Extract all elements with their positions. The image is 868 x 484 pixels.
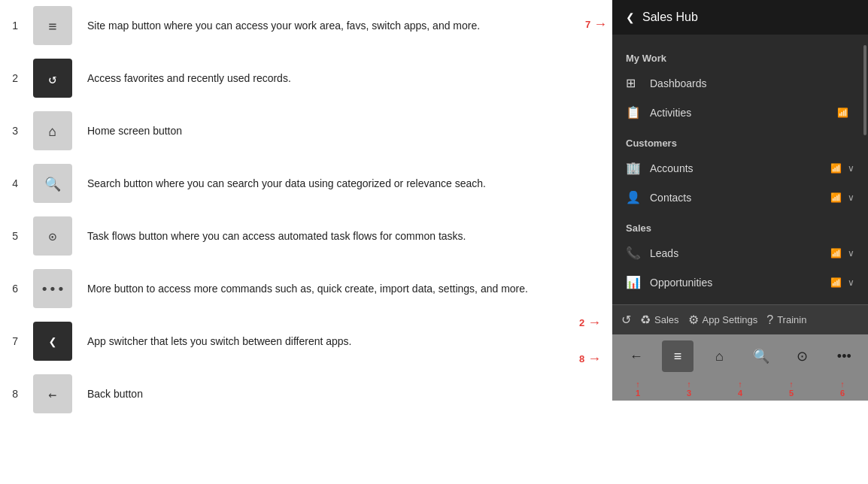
sales-hub-title: Sales Hub: [642, 11, 698, 24]
back-nav[interactable]: ←: [621, 340, 652, 372]
wifi-icon: 📶: [830, 163, 842, 174]
nav-item-activities[interactable]: 📋Activities📶: [612, 98, 868, 127]
nav-annotation-4: ↑4: [738, 380, 742, 398]
item-number: 1: [6, 20, 18, 32]
item-description-3: Home screen button: [87, 123, 182, 139]
item-description-7: App switcher that lets you switch betwee…: [87, 334, 352, 349]
bottom-bar-item-0[interactable]: ↺: [621, 313, 631, 327]
item-icon-8[interactable]: ←: [33, 374, 72, 413]
leads-icon: 📞: [626, 246, 641, 260]
item-number: 3: [6, 125, 18, 137]
item-description-6: More button to access more commands such…: [87, 281, 528, 297]
nav-item-contacts[interactable]: 👤Contacts📶∨: [612, 183, 868, 212]
item-icon-1[interactable]: ≡: [33, 6, 72, 45]
bottom-bar-item-3[interactable]: ?Trainin: [766, 313, 806, 327]
chevron-down-icon: ∨: [848, 248, 854, 259]
nav-item-label: Activities: [650, 107, 837, 119]
list-item: 6•••More button to access more commands …: [6, 269, 602, 308]
left-panel: 1≡Site map button where you can access y…: [0, 0, 612, 484]
list-item: 8←Back button: [6, 374, 602, 413]
bottom-bar: ↺♻Sales⚙App Settings?Trainin: [612, 304, 868, 334]
annotation-2: 2 →: [579, 315, 601, 331]
item-description-1: Site map button where you can access you…: [87, 18, 480, 34]
item-number: 2: [6, 72, 18, 84]
item-description-4: Search button where you can search your …: [87, 176, 486, 192]
bottom-bar-label-1: Sales: [654, 314, 679, 325]
nav-item-label: Opportunities: [650, 277, 830, 289]
item-description-5: Task flows button where you can access a…: [87, 228, 466, 244]
wifi-icon: 📶: [830, 248, 842, 259]
back-chevron-icon[interactable]: ❮: [626, 11, 635, 23]
nav-item-dashboards[interactable]: ⊞Dashboards: [612, 68, 868, 98]
item-number: 4: [6, 177, 18, 189]
annotation-8: 8 →: [579, 351, 601, 367]
nav-item-label: Contacts: [650, 192, 830, 204]
item-icon-5[interactable]: ⊙: [33, 216, 72, 256]
item-icon-7[interactable]: ❮: [33, 322, 72, 361]
bottom-bar-item-2[interactable]: ⚙App Settings: [688, 313, 758, 327]
nav-item-opportunities[interactable]: 📊Opportunities📶∨: [612, 268, 868, 297]
chevron-down-icon: ∨: [848, 163, 854, 174]
nav-annotation-6: ↑6: [840, 380, 845, 398]
annotation-7: 7 →: [585, 17, 607, 32]
sales-hub-header[interactable]: ❮ Sales Hub: [612, 0, 868, 35]
item-number: 7: [6, 335, 18, 347]
right-column: 7 → ❮ Sales Hub My Work⊞Dashboards📋Activ…: [612, 0, 868, 484]
more-nav[interactable]: •••: [828, 340, 860, 372]
item-number: 5: [6, 230, 18, 242]
item-icon-4[interactable]: 🔍: [33, 164, 72, 203]
nav-item-label: Leads: [650, 247, 830, 259]
item-description-8: Back button: [87, 386, 143, 402]
bottom-bar-label-2: App Settings: [703, 314, 758, 325]
dashboards-icon: ⊞: [626, 76, 641, 90]
bottom-bar-label-3: Trainin: [777, 314, 806, 325]
list-item: 5⊙Task flows button where you can access…: [6, 216, 602, 256]
bottom-bar-icon-1: ♻: [640, 313, 651, 327]
bottom-bar-icon-0: ↺: [621, 313, 631, 327]
nav-annotations: ↑1↑3↑4↑5↑6: [612, 378, 868, 401]
item-description-2: Access favorites and recently used recor…: [87, 71, 291, 86]
nav-item-leads[interactable]: 📞Leads📶∨: [612, 238, 868, 268]
chevron-down-icon: ∨: [848, 192, 854, 203]
item-icon-6[interactable]: •••: [33, 269, 72, 308]
nav-annotation-5: ↑5: [789, 380, 794, 398]
contacts-icon: 👤: [626, 190, 641, 204]
search-nav[interactable]: 🔍: [745, 340, 777, 372]
menu-nav[interactable]: ≡: [662, 340, 693, 372]
wifi-icon: 📶: [830, 277, 842, 288]
accounts-icon: 🏢: [626, 161, 641, 175]
item-number: 8: [6, 388, 18, 400]
nav-item-label: Accounts: [650, 162, 830, 174]
nav-section-title: Sales: [612, 212, 868, 238]
activities-icon: 📋: [626, 105, 641, 119]
wifi-icon: 📶: [837, 107, 848, 118]
list-item: 1≡Site map button where you can access y…: [6, 6, 602, 45]
list-item: 3⌂Home screen button: [6, 111, 602, 150]
wifi-icon: 📶: [830, 192, 842, 203]
nav-annotation-1: ↑1: [636, 380, 640, 398]
nav-menu: My Work⊞Dashboards📋Activities📶Customers🏢…: [612, 35, 868, 304]
home-nav[interactable]: ⌂: [703, 340, 735, 372]
item-icon-3[interactable]: ⌂: [33, 111, 72, 150]
nav-item-accounts[interactable]: 🏢Accounts📶∨: [612, 153, 868, 183]
nav-section-title: Customers: [612, 127, 868, 153]
item-number: 6: [6, 283, 18, 295]
chevron-down-icon: ∨: [848, 277, 854, 288]
list-item: 2↺Access favorites and recently used rec…: [6, 59, 602, 98]
sales-hub-panel: ❮ Sales Hub My Work⊞Dashboards📋Activitie…: [612, 0, 868, 401]
bottom-bar-icon-2: ⚙: [688, 313, 699, 327]
bottom-bar-item-1[interactable]: ♻Sales: [640, 313, 679, 327]
list-item: 7❮App switcher that lets you switch betw…: [6, 322, 602, 361]
bottom-bar-icon-3: ?: [766, 313, 773, 327]
nav-bar: ←≡⌂🔍⊙•••: [612, 334, 868, 378]
list-item: 4🔍Search button where you can search you…: [6, 164, 602, 203]
opportunities-icon: 📊: [626, 275, 641, 289]
tasks-nav[interactable]: ⊙: [787, 340, 818, 372]
item-icon-2[interactable]: ↺: [33, 59, 72, 98]
nav-annotation-3: ↑3: [687, 380, 691, 398]
nav-section-title: My Work: [612, 42, 868, 68]
nav-item-label: Dashboards: [650, 77, 854, 89]
